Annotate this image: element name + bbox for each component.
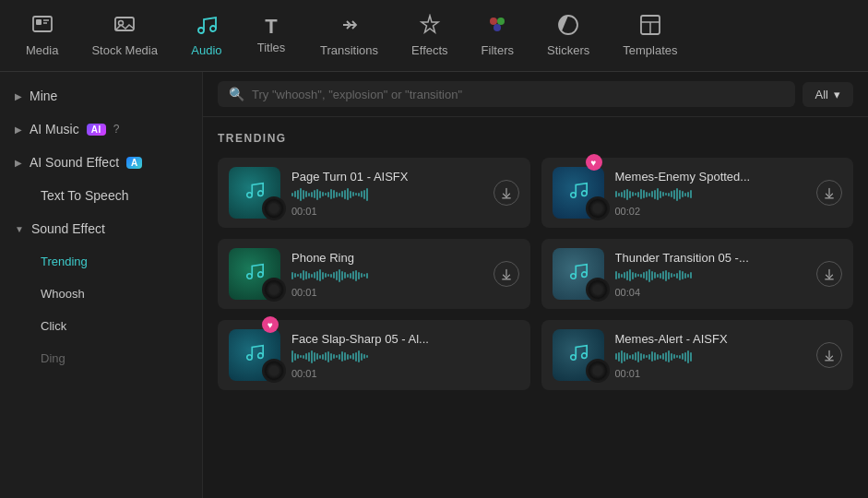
sound-name-page-turn-01: Page Turn 01 - AISFX	[291, 170, 482, 184]
search-bar: 🔍 All ▾	[203, 72, 868, 117]
nav-item-effects[interactable]: Effects	[395, 6, 465, 65]
waveform-bar	[322, 354, 324, 360]
whoosh-label: Whoosh	[41, 287, 85, 301]
waveform-bar	[325, 193, 327, 196]
nav-item-audio-label: Audio	[191, 43, 221, 57]
sound-name-thunder-transition: Thunder Transition 05 -...	[615, 251, 806, 265]
templates-icon	[639, 14, 661, 40]
nav-item-filters[interactable]: Filters	[465, 6, 530, 65]
sidebar-item-trending[interactable]: Trending	[0, 245, 202, 278]
svg-point-29	[570, 355, 576, 361]
sound-card-face-slap[interactable]: ♥ Face Slap-Sharp 05 - Al...00:01	[218, 320, 530, 390]
waveform-bar	[679, 190, 681, 199]
search-input-wrap[interactable]: 🔍	[218, 81, 795, 107]
download-button-memes-alert[interactable]	[816, 342, 842, 368]
nav-item-stock-media-label: Stock Media	[91, 43, 158, 57]
search-input[interactable]	[252, 88, 784, 101]
waveform-bar	[341, 191, 343, 197]
trending-label: Trending	[41, 255, 88, 268]
waveform-bar	[339, 269, 340, 282]
sidebar-item-whoosh[interactable]: Whoosh	[0, 278, 202, 310]
ai-music-help-icon[interactable]: ?	[113, 123, 120, 136]
sidebar-section-sound-effect[interactable]: ▼ Sound Effect	[0, 212, 202, 245]
nav-item-media[interactable]: Media	[9, 6, 75, 65]
waveform-bar	[341, 271, 343, 280]
waveform-bar	[355, 193, 357, 196]
sound-card-memes-enemy[interactable]: ♥ Memes-Enemy Spotted...00:02	[541, 158, 854, 228]
svg-point-15	[247, 193, 253, 198]
download-button-thunder-transition[interactable]	[816, 261, 842, 287]
sidebar-section-mine[interactable]: ▶ Mine	[0, 79, 202, 113]
vinyl-disc-page-turn-01	[262, 196, 286, 220]
waveform-bar	[300, 355, 302, 358]
waveform-bar	[316, 271, 318, 280]
sound-card-phone-ring[interactable]: Phone Ring00:01	[218, 239, 530, 309]
waveform-bar	[327, 192, 329, 197]
waveform-bar	[632, 354, 634, 360]
sound-card-memes-alert[interactable]: Memes-Alert - AISFX00:01	[541, 320, 854, 390]
waveform-bar	[291, 350, 293, 362]
nav-item-stickers[interactable]: Stickers	[530, 6, 606, 65]
waveform-bar	[643, 354, 645, 359]
sidebar-item-text-to-speech[interactable]: Text To Speech	[0, 179, 202, 212]
top-navigation: Media Stock Media Audio T Titles	[0, 0, 868, 72]
waveform-bar	[366, 273, 368, 279]
svg-point-7	[210, 26, 216, 31]
waveform-bar	[654, 352, 656, 361]
sound-duration-memes-enemy: 00:02	[615, 206, 806, 217]
sound-thumbnail-page-turn-01	[229, 167, 280, 219]
waveform-bar	[311, 274, 313, 278]
sound-card-page-turn-01[interactable]: Page Turn 01 - AISFX00:01	[218, 158, 530, 228]
download-button-page-turn-01[interactable]	[493, 180, 519, 206]
waveform-bar	[314, 272, 315, 279]
waveform-bar	[358, 272, 360, 279]
nav-item-stock-media[interactable]: Stock Media	[75, 6, 174, 65]
download-button-memes-enemy[interactable]	[816, 180, 842, 206]
waveform-bar	[311, 192, 313, 197]
waveform-bar	[319, 269, 321, 281]
waveform-bar	[621, 274, 623, 278]
nav-item-templates[interactable]: Templates	[606, 6, 694, 65]
waveform-memes-alert	[615, 350, 806, 364]
waveform-thunder-transition	[615, 268, 806, 283]
effects-icon	[419, 14, 441, 40]
sidebar-item-ding[interactable]: Ding	[0, 342, 202, 374]
waveform-bar	[333, 190, 335, 198]
waveform-bar	[303, 355, 304, 359]
waveform-phone-ring	[291, 268, 482, 283]
waveform-bar	[668, 350, 670, 362]
nav-item-titles[interactable]: T Titles	[239, 9, 303, 62]
waveform-bar	[657, 274, 659, 278]
waveform-bar	[303, 270, 304, 280]
sound-duration-face-slap: 00:01	[291, 368, 519, 379]
waveform-bar	[665, 193, 667, 196]
waveform-bar	[654, 190, 656, 199]
waveform-bar	[327, 274, 329, 277]
waveform-bar	[314, 352, 315, 362]
svg-point-28	[258, 353, 264, 359]
waveform-memes-enemy	[615, 187, 806, 202]
waveform-bar	[322, 192, 324, 196]
waveform-bar	[325, 273, 327, 278]
download-button-phone-ring[interactable]	[493, 261, 519, 287]
sound-card-thunder-transition[interactable]: Thunder Transition 05 -...00:04	[541, 239, 854, 309]
waveform-bar	[668, 193, 670, 196]
sidebar-section-ai-sound-effect[interactable]: ▶ AI Sound Effect A	[0, 146, 202, 179]
filter-button[interactable]: All ▾	[803, 82, 853, 107]
waveform-bar	[330, 353, 332, 361]
music-note-icon-thunder-transition	[568, 261, 589, 287]
sidebar-section-ai-music[interactable]: ▶ AI Music AI ?	[0, 113, 202, 146]
nav-item-audio[interactable]: Audio	[174, 6, 239, 65]
ai-sound-effect-arrow-icon: ▶	[15, 158, 22, 168]
waveform-bar	[632, 192, 634, 196]
waveform-bar	[651, 271, 653, 280]
waveform-bar	[629, 269, 631, 281]
waveform-bar	[654, 272, 656, 279]
sound-thumbnail-memes-enemy	[553, 167, 604, 219]
nav-item-transitions[interactable]: Transitions	[303, 6, 395, 65]
media-icon	[31, 14, 54, 40]
sidebar-item-click[interactable]: Click	[0, 310, 202, 342]
sound-thumbnail-memes-alert	[553, 329, 604, 381]
waveform-bar	[621, 192, 623, 197]
music-note-icon-page-turn-01	[244, 180, 265, 206]
